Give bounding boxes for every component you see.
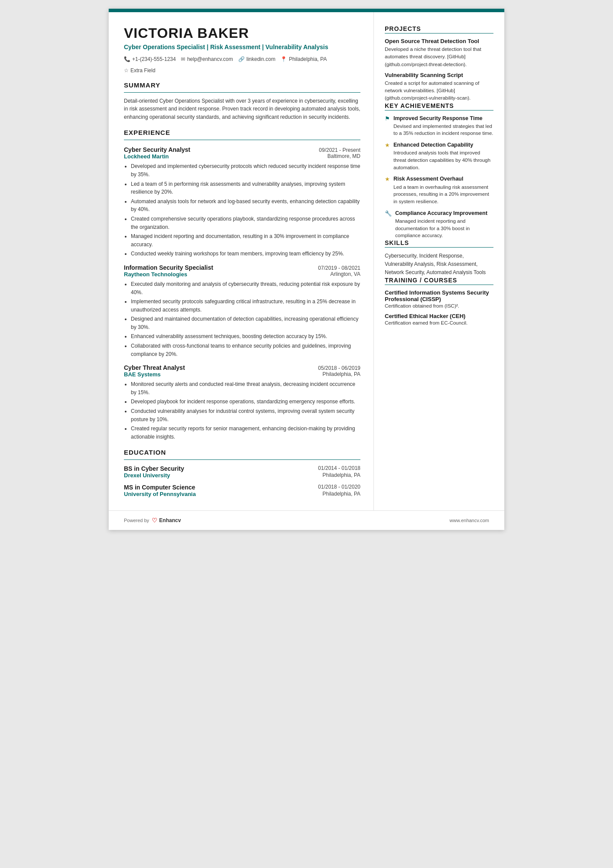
education-section: EDUCATION BS in Cyber Security 01/2014 -… xyxy=(124,449,360,497)
training-title: TRAINING / COURSES xyxy=(385,277,493,284)
achievement2-content: Enhanced Detection Capability Introduced… xyxy=(393,141,493,171)
training1-desc: Certification obtained from (ISC)². xyxy=(385,303,493,308)
achievement1-title: Improved Security Response Time xyxy=(393,115,493,122)
projects-title: PROJECTS xyxy=(385,25,493,32)
edu2-subrow: University of Pennsylvania Philadelphia,… xyxy=(124,491,360,497)
project1-title: Open Source Threat Detection Tool xyxy=(385,38,493,44)
summary-section: SUMMARY Detail-oriented Cyber Operations… xyxy=(124,81,360,121)
achievement3-content: Risk Assessment Overhaul Led a team in o… xyxy=(393,175,493,205)
training-section: TRAINING / COURSES Certified Information… xyxy=(385,277,493,325)
education-title: EDUCATION xyxy=(124,449,360,456)
job-entry-2: Information Security Specialist 07/2019 … xyxy=(124,264,360,358)
job1-location: Baltimore, MD xyxy=(327,153,360,160)
list-item: Enhanced vulnerability assessment techni… xyxy=(131,332,360,341)
phone-icon: 📞 xyxy=(124,56,130,62)
achievement-item-4: 🔧 Compliance Accuracy Improvement Manage… xyxy=(385,210,493,239)
projects-section: PROJECTS Open Source Threat Detection To… xyxy=(385,25,493,102)
training-item-2: Certified Ethical Hacker (CEH) Certifica… xyxy=(385,313,493,325)
achievement3-desc: Led a team in overhauling risk assessmen… xyxy=(393,184,493,205)
training2-desc: Certification earned from EC-Council. xyxy=(385,320,493,325)
job2-dates: 07/2019 - 08/2021 xyxy=(318,265,360,271)
training1-title: Certified Information Systems Security P… xyxy=(385,289,493,302)
resume-body: VICTORIA BAKER Cyber Operations Speciali… xyxy=(109,12,504,510)
candidate-title: Cyber Operations Specialist | Risk Asses… xyxy=(124,43,360,52)
job1-subrow: Lockheed Martin Baltimore, MD xyxy=(124,153,360,160)
skills-title: SKILLS xyxy=(385,239,493,246)
achievement-item-3: ★ Risk Assessment Overhaul Led a team in… xyxy=(385,175,493,205)
list-item: Designed and maintained documentation of… xyxy=(131,315,360,331)
job1-bullets: Developed and implemented cybersecurity … xyxy=(124,162,360,258)
job3-title: Cyber Threat Analyst xyxy=(124,364,185,371)
footer-website: www.enhancv.com xyxy=(450,518,489,523)
project1-desc: Developed a niche threat detection tool … xyxy=(385,46,493,68)
right-column: PROJECTS Open Source Threat Detection To… xyxy=(374,12,504,510)
list-item: Automated analysis tools for network and… xyxy=(131,198,360,214)
education-divider xyxy=(124,459,360,460)
list-item: Created regular security reports for sen… xyxy=(131,425,360,441)
list-item: Led a team of 5 in performing risk asses… xyxy=(131,180,360,196)
extra-value: Extra Field xyxy=(130,67,155,74)
star-icon-2: ★ xyxy=(385,176,390,205)
job3-location: Philadelphia, PA xyxy=(323,371,360,378)
edu1-header: BS in Cyber Security 01/2014 - 01/2018 xyxy=(124,465,360,472)
job3-header: Cyber Threat Analyst 05/2018 - 06/2019 xyxy=(124,364,360,371)
skills-divider xyxy=(385,247,493,248)
location-contact: 📍 Philadelphia, PA xyxy=(280,56,326,62)
experience-title: EXPERIENCE xyxy=(124,129,360,136)
list-item: Managed incident reporting and documenta… xyxy=(131,232,360,248)
achievement2-title: Enhanced Detection Capability xyxy=(393,141,493,148)
resume-wrapper: VICTORIA BAKER Cyber Operations Speciali… xyxy=(109,9,504,530)
list-item: Conducted weekly training workshops for … xyxy=(131,250,360,258)
location-icon: 📍 xyxy=(280,56,287,62)
email-contact: ✉ help@enhancv.com xyxy=(181,56,233,62)
phone-value: +1-(234)-555-1234 xyxy=(132,56,176,62)
linkedin-value: linkedin.com xyxy=(247,56,276,62)
skills-section: SKILLS Cybersecurity, Incident Response,… xyxy=(385,239,493,277)
job2-company: Raytheon Technologies xyxy=(124,271,187,278)
edu1-location: Philadelphia, PA xyxy=(323,472,360,479)
training-divider xyxy=(385,285,493,285)
project-item-1: Open Source Threat Detection Tool Develo… xyxy=(385,38,493,68)
edu1-subrow: Drexel University Philadelphia, PA xyxy=(124,472,360,479)
training2-title: Certified Ethical Hacker (CEH) xyxy=(385,313,493,319)
edu2-header: MS in Computer Science 01/2018 - 01/2020 xyxy=(124,484,360,491)
list-item: Implemented security protocols safeguard… xyxy=(131,298,360,314)
edu2-dates: 01/2018 - 01/2020 xyxy=(318,484,360,491)
achievement4-desc: Managed incident reporting and documenta… xyxy=(395,218,493,239)
achievement4-content: Compliance Accuracy Improvement Managed … xyxy=(395,210,493,239)
achievements-divider xyxy=(385,110,493,111)
achievement1-desc: Devised and implemented strategies that … xyxy=(393,123,493,137)
job3-company: BAE Systems xyxy=(124,371,161,378)
header-section: VICTORIA BAKER Cyber Operations Speciali… xyxy=(124,25,360,74)
job-entry-1: Cyber Security Analyst 09/2021 - Present… xyxy=(124,146,360,258)
job3-bullets: Monitored security alerts and conducted … xyxy=(124,380,360,441)
job-entry-3: Cyber Threat Analyst 05/2018 - 06/2019 B… xyxy=(124,364,360,441)
top-bar xyxy=(109,9,504,12)
job2-location: Arlington, VA xyxy=(330,271,360,278)
footer-left: Powered by ♡ Enhancv xyxy=(124,517,181,524)
job2-subrow: Raytheon Technologies Arlington, VA xyxy=(124,271,360,278)
achievement2-desc: Introduced analysis tools that improved … xyxy=(393,149,493,171)
list-item: Monitored security alerts and conducted … xyxy=(131,380,360,396)
skills-text: Cybersecurity, Incident Response, Vulner… xyxy=(385,252,493,277)
summary-divider xyxy=(124,92,360,93)
summary-title: SUMMARY xyxy=(124,81,360,89)
list-item: Collaborated with cross-functional teams… xyxy=(131,342,360,358)
achievement3-title: Risk Assessment Overhaul xyxy=(393,175,493,182)
job2-header: Information Security Specialist 07/2019 … xyxy=(124,264,360,271)
edu2-degree: MS in Computer Science xyxy=(124,484,195,491)
star-icon: ★ xyxy=(385,142,390,171)
brand-name: Enhancv xyxy=(159,517,181,523)
job2-title: Information Security Specialist xyxy=(124,264,213,271)
edu1-dates: 01/2014 - 01/2018 xyxy=(318,465,360,472)
training-item-1: Certified Information Systems Security P… xyxy=(385,289,493,308)
achievement1-content: Improved Security Response Time Devised … xyxy=(393,115,493,137)
list-item: Created comprehensive security operation… xyxy=(131,215,360,231)
linkedin-contact: 🔗 linkedin.com xyxy=(238,56,276,62)
flag-icon: ⚑ xyxy=(385,115,390,137)
summary-text: Detail-oriented Cyber Operations Special… xyxy=(124,97,360,121)
powered-by-text: Powered by xyxy=(124,518,149,523)
job1-company: Lockheed Martin xyxy=(124,153,169,160)
project-item-2: Vulnerability Scanning Script Created a … xyxy=(385,72,493,102)
edu-entry-2: MS in Computer Science 01/2018 - 01/2020… xyxy=(124,484,360,497)
